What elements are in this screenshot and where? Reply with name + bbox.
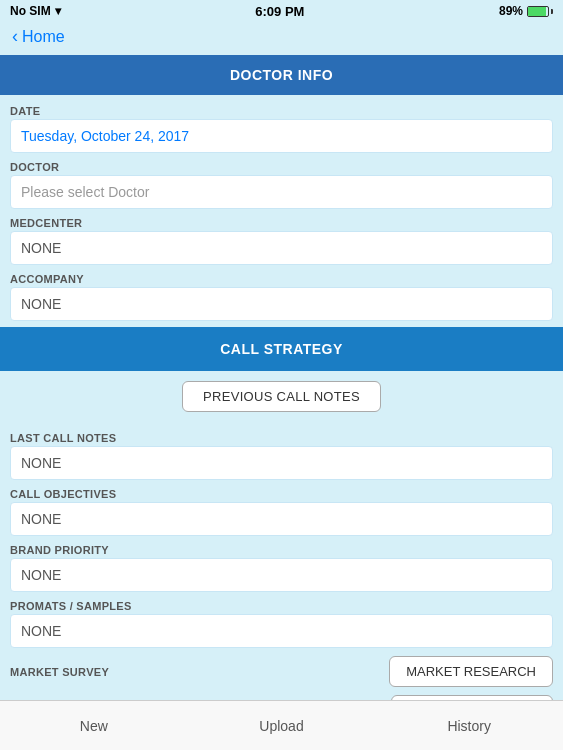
date-label: DATE xyxy=(10,101,553,119)
promats-samples-label: PROMATS / SAMPLES xyxy=(10,596,553,614)
call-strategy-fields: LAST CALL NOTES NONE CALL OBJECTIVES NON… xyxy=(0,422,563,648)
accompany-label: ACCOMPANY xyxy=(10,269,553,287)
brand-priority-label: BRAND PRIORITY xyxy=(10,540,553,558)
call-strategy-header: CALL STRATEGY xyxy=(0,327,563,371)
call-objectives-field[interactable]: NONE xyxy=(10,502,553,536)
nav-back-label: Home xyxy=(22,28,65,46)
market-survey-label: MARKET SURVEY xyxy=(10,666,389,678)
doctor-info-header: DOCTOR INFO xyxy=(0,55,563,95)
doctor-label: DOCTOR xyxy=(10,157,553,175)
time-label: 6:09 PM xyxy=(255,4,304,19)
previous-call-notes-button[interactable]: PREVIOUS CALL NOTES xyxy=(182,381,381,412)
call-objectives-label: CALL OBJECTIVES xyxy=(10,484,553,502)
tab-history[interactable]: History xyxy=(375,708,563,744)
chevron-left-icon: ‹ xyxy=(12,26,18,47)
status-bar: No SIM ▾ 6:09 PM 89% xyxy=(0,0,563,22)
tab-bar: New Upload History xyxy=(0,700,563,750)
doctor-info-fields: DATE Tuesday, October 24, 2017 DOCTOR Pl… xyxy=(0,95,563,321)
last-call-notes-label: LAST CALL NOTES xyxy=(10,428,553,446)
promats-samples-field[interactable]: NONE xyxy=(10,614,553,648)
doctor-field[interactable]: Please select Doctor xyxy=(10,175,553,209)
prev-call-row: PREVIOUS CALL NOTES xyxy=(0,371,563,422)
brand-priority-field[interactable]: NONE xyxy=(10,558,553,592)
wifi-icon: ▾ xyxy=(55,4,61,18)
accompany-field[interactable]: NONE xyxy=(10,287,553,321)
tab-upload[interactable]: Upload xyxy=(188,708,376,744)
back-button[interactable]: ‹ Home xyxy=(12,26,65,47)
battery-percent: 89% xyxy=(499,4,523,18)
medcenter-field[interactable]: NONE xyxy=(10,231,553,265)
market-survey-row: MARKET SURVEY MARKET RESEARCH xyxy=(0,652,563,691)
medcenter-label: MEDCENTER xyxy=(10,213,553,231)
carrier-label: No SIM xyxy=(10,4,51,18)
battery-icon xyxy=(527,6,553,17)
nav-bar: ‹ Home xyxy=(0,22,563,55)
status-right: 89% xyxy=(499,4,553,18)
market-research-button[interactable]: MARKET RESEARCH xyxy=(389,656,553,687)
tab-new[interactable]: New xyxy=(0,708,188,744)
date-field[interactable]: Tuesday, October 24, 2017 xyxy=(10,119,553,153)
status-left: No SIM ▾ xyxy=(10,4,61,18)
last-call-notes-field[interactable]: NONE xyxy=(10,446,553,480)
